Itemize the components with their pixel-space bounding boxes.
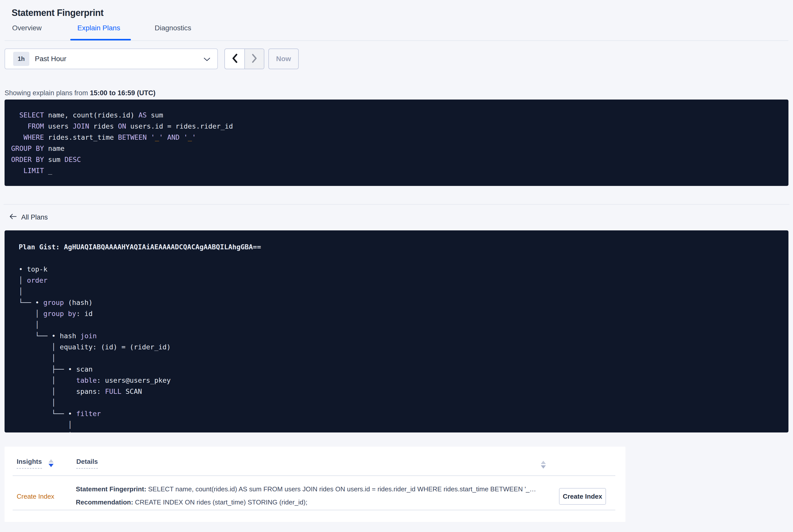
plan-tree: • top-k│ order│└── • group (hash) │ grou… bbox=[19, 264, 789, 433]
plan-tree-line: │ bbox=[19, 319, 789, 330]
plan-tree-line: └── • filter bbox=[19, 408, 789, 419]
sql-code-line: GROUP BY name bbox=[11, 143, 789, 154]
statement-fingerprint-label: Statement Fingerprint: bbox=[76, 485, 146, 493]
plan-tree-line: │ bbox=[19, 431, 789, 433]
plan-tree-line: └── • group (hash) bbox=[19, 297, 789, 308]
plan-gist-value: AgHUAQIABQAAAAHYAQIAiAEAAAADCQACAgAABQIL… bbox=[64, 243, 261, 251]
status-time-range: 15:00 to 16:59 (UTC) bbox=[90, 89, 156, 97]
plan-gist-line: Plan Gist: AgHUAQIABQAAAAHYAQIAiAEAAAADC… bbox=[19, 242, 789, 253]
plan-tree-line: └── • hash join bbox=[19, 330, 789, 342]
tab-diagnostics[interactable]: Diagnostics bbox=[155, 23, 191, 33]
row-separator bbox=[13, 510, 615, 510]
insights-column-label: Insights bbox=[17, 458, 42, 469]
tab-bar: Overview Explain Plans Diagnostics bbox=[0, 23, 793, 40]
plan-tree-line: │ table: users@users_pkey bbox=[19, 375, 789, 386]
chevron-right-icon bbox=[251, 54, 258, 64]
recommendation-text: CREATE INDEX ON rides (start_time) STORI… bbox=[133, 498, 307, 506]
insights-card: Insights Details Create Index Statement … bbox=[4, 446, 625, 522]
insight-type-link[interactable]: Create Index bbox=[17, 493, 54, 500]
tab-overview[interactable]: Overview bbox=[12, 23, 42, 33]
sort-desc-triangle bbox=[541, 465, 546, 469]
all-plans-link[interactable]: All Plans bbox=[9, 213, 48, 222]
sql-fingerprint-box: SELECT name, count(rides.id) AS sum FROM… bbox=[4, 99, 789, 186]
now-button[interactable]: Now bbox=[268, 49, 299, 69]
plan-tree-line: │ spans: FULL SCAN bbox=[19, 386, 789, 397]
plan-tree-line: │ bbox=[19, 353, 789, 364]
showing-plans-status: Showing explain plans from 15:00 to 16:5… bbox=[4, 89, 155, 97]
sort-desc-triangle bbox=[49, 464, 54, 467]
plan-tree-line: │ bbox=[19, 419, 789, 431]
sort-asc-triangle bbox=[541, 461, 546, 464]
plan-tree-line: • top-k bbox=[19, 264, 789, 275]
tab-explain-plans[interactable]: Explain Plans bbox=[77, 23, 120, 33]
create-index-button[interactable]: Create Index bbox=[559, 488, 606, 505]
details-sort-icon[interactable] bbox=[541, 461, 546, 469]
plan-tree-line: │ equality: (id) = (rider_id) bbox=[19, 342, 789, 353]
time-range-label: Past Hour bbox=[35, 55, 67, 63]
plan-gist-box: Plan Gist: AgHUAQIABQAAAAHYAQIAiAEAAAADC… bbox=[4, 230, 789, 433]
recommendation-label: Recommendation: bbox=[76, 498, 133, 506]
plan-tree-line: ├── • scan bbox=[19, 364, 789, 375]
blank-line bbox=[19, 253, 789, 264]
statement-fingerprint-text: SELECT name, count(rides.id) AS sum FROM… bbox=[146, 485, 536, 493]
page-title: Statement Fingerprint bbox=[12, 7, 103, 18]
prev-time-button[interactable] bbox=[225, 49, 244, 69]
header-separator bbox=[13, 475, 615, 476]
tab-bar-divider bbox=[4, 40, 789, 41]
arrow-left-icon bbox=[9, 213, 17, 222]
section-divider bbox=[3, 204, 790, 205]
next-time-button[interactable] bbox=[244, 49, 264, 69]
sql-code-line: FROM users JOIN rides ON users.id = ride… bbox=[11, 121, 789, 132]
recommendation-line: Recommendation: CREATE INDEX ON rides (s… bbox=[76, 498, 556, 506]
time-range-select[interactable]: 1h Past Hour bbox=[4, 49, 218, 69]
time-nav-group bbox=[224, 49, 264, 69]
plan-tree-line: │ order bbox=[19, 275, 789, 286]
plan-tree-line: │ bbox=[19, 286, 789, 297]
sql-code-line: LIMIT _ bbox=[11, 165, 789, 176]
statement-fingerprint-line: Statement Fingerprint: SELECT name, coun… bbox=[76, 485, 556, 493]
insights-sort-icon[interactable] bbox=[49, 459, 54, 467]
sql-code-line: SELECT name, count(rides.id) AS sum bbox=[11, 110, 789, 121]
statement-fingerprint-page: { "page": { "title": "Statement Fingerpr… bbox=[0, 0, 793, 532]
details-column-label: Details bbox=[76, 458, 98, 469]
insights-column-header[interactable]: Insights bbox=[17, 458, 54, 469]
plan-gist-label: Plan Gist: bbox=[19, 243, 64, 251]
chevron-down-icon bbox=[204, 58, 210, 62]
status-prefix: Showing explain plans from bbox=[4, 89, 90, 97]
time-range-badge: 1h bbox=[13, 52, 29, 66]
sql-code-line: WHERE rides.start_time BETWEEN '_' AND '… bbox=[11, 132, 789, 143]
sql-code: SELECT name, count(rides.id) AS sum FROM… bbox=[11, 110, 789, 176]
all-plans-label: All Plans bbox=[21, 213, 48, 221]
chevron-left-icon bbox=[232, 54, 238, 64]
details-column-header[interactable]: Details bbox=[76, 458, 98, 469]
plan-tree-line: │ group by: id bbox=[19, 308, 789, 319]
active-tab-indicator bbox=[70, 39, 131, 40]
plan-tree-line: │ bbox=[19, 397, 789, 408]
sql-code-line: ORDER BY sum DESC bbox=[11, 154, 789, 165]
sort-asc-triangle bbox=[49, 459, 54, 462]
insight-details-cell: Statement Fingerprint: SELECT name, coun… bbox=[76, 485, 556, 511]
